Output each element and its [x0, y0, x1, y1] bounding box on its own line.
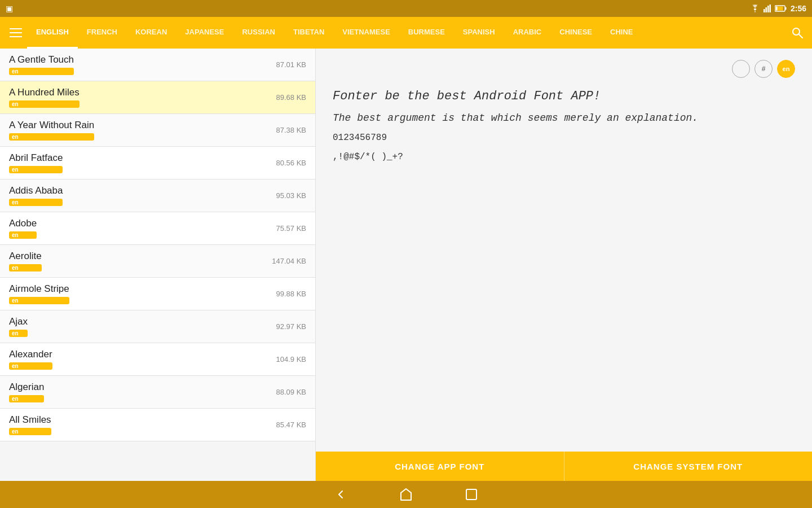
change-app-font-button[interactable]: CHANGE APP FONT [316, 452, 564, 481]
font-item-left: Addis Ababaen [9, 185, 63, 206]
nav-tab-french[interactable]: FRENCH [78, 17, 126, 49]
preview-line-3: 0123456789 [333, 133, 795, 143]
font-tag: en [9, 199, 63, 206]
font-list-item[interactable]: A Hundred Milesen89.68 KB [0, 81, 315, 114]
nav-tab-spanish[interactable]: SPANISH [454, 17, 504, 49]
svg-rect-0 [764, 9, 765, 12]
font-list-item[interactable]: Addis Ababaen95.03 KB [0, 179, 315, 212]
font-size: 80.56 KB [276, 159, 307, 167]
menu-icon[interactable] [5, 21, 27, 44]
nav-tab-korean[interactable]: KOREAN [126, 17, 176, 49]
nav-tab-japanese[interactable]: JAPANESE [176, 17, 233, 49]
nav-tab-tibetan[interactable]: TIBETAN [284, 17, 333, 49]
status-bar: ▣ 2:56 [0, 0, 812, 17]
font-list-item[interactable]: Alexanderen104.9 KB [0, 343, 315, 376]
font-tag: en [9, 395, 44, 402]
font-name: A Hundred Miles [9, 87, 80, 98]
nav-tab-english[interactable]: ENGLISH [27, 17, 78, 49]
font-size: 87.38 KB [276, 126, 307, 134]
app-logo-icon: ▣ [6, 4, 13, 13]
font-item-left: Aeroliteen [9, 251, 42, 271]
preview-line-2: The best argument is that which seems me… [333, 112, 795, 124]
font-item-left: Algerianen [9, 382, 44, 402]
wifi-icon [750, 5, 760, 12]
home-button[interactable] [396, 484, 416, 505]
font-list-item[interactable]: Ajaxen92.97 KB [0, 310, 315, 343]
font-tag: en [9, 133, 94, 141]
font-tag: en [9, 231, 37, 239]
nav-tab-arabic[interactable]: ARABIC [504, 17, 551, 49]
font-size: 75.57 KB [276, 224, 307, 233]
font-list[interactable]: A Gentle Touchen87.01 KBA Hundred Milese… [0, 49, 316, 452]
preview-text: Fonter be the best Android Font APP! The… [333, 89, 795, 440]
bottom-nav [0, 481, 812, 508]
recent-apps-button[interactable] [461, 484, 482, 505]
preview-en-btn[interactable]: en [777, 60, 795, 78]
time-display: 2:56 [791, 4, 806, 13]
font-name: Airmole Stripe [9, 283, 69, 295]
search-icon[interactable] [787, 23, 807, 43]
content-area: A Gentle Touchen87.01 KBA Hundred Milese… [0, 49, 812, 481]
svg-rect-7 [785, 7, 786, 10]
font-tag: en [9, 166, 63, 173]
svg-rect-3 [769, 5, 771, 12]
change-system-font-button[interactable]: CHANGE SYSTEM FONT [564, 452, 813, 481]
status-bar-left: ▣ [6, 4, 13, 13]
font-name: All Smiles [9, 414, 51, 426]
back-button[interactable] [330, 484, 351, 505]
signal-icon [764, 5, 771, 12]
svg-rect-6 [775, 7, 777, 11]
svg-marker-10 [401, 489, 411, 500]
font-list-item[interactable]: Adobeen75.57 KB [0, 212, 315, 245]
svg-rect-11 [466, 489, 476, 500]
svg-rect-1 [765, 7, 767, 12]
font-size: 85.47 KB [276, 421, 307, 429]
font-tag: en [9, 297, 69, 304]
status-bar-right: 2:56 [750, 4, 806, 13]
preview-controls: # en [333, 60, 795, 78]
font-list-item[interactable]: All Smilesen85.47 KB [0, 409, 315, 441]
font-size: 87.01 KB [276, 60, 307, 69]
font-list-item[interactable]: A Year Without Rainen87.38 KB [0, 114, 315, 147]
nav-tab-burmese[interactable]: BURMESE [399, 17, 454, 49]
font-list-item[interactable]: A Gentle Touchen87.01 KB [0, 49, 315, 81]
font-tag: en [9, 362, 52, 370]
battery-icon [775, 5, 787, 12]
nav-tab-vietnamese[interactable]: VIETNAMESE [333, 17, 399, 49]
font-name: Abril Fatface [9, 152, 63, 164]
font-size: 88.09 KB [276, 388, 307, 396]
font-name: A Year Without Rain [9, 120, 94, 131]
font-size: 147.04 KB [272, 257, 306, 265]
font-name: Algerian [9, 382, 44, 393]
preview-pane: # en Fonter be the best Android Font APP… [316, 49, 812, 452]
nav-bar: ENGLISHFRENCHKOREANJAPANESERUSSIANTIBETA… [0, 17, 812, 49]
preview-hash-btn[interactable]: # [754, 60, 773, 78]
font-list-item[interactable]: Algerianen88.09 KB [0, 376, 315, 409]
nav-tab-chinese[interactable]: CHINESE [550, 17, 601, 49]
font-size: 89.68 KB [276, 93, 307, 102]
font-tag: en [9, 330, 28, 337]
preview-line-1: Fonter be the best Android Font APP! [333, 89, 795, 103]
nav-tab-chine2[interactable]: CHINE [601, 17, 642, 49]
bottom-section: CHANGE APP FONT CHANGE SYSTEM FONT [0, 452, 812, 481]
svg-rect-2 [767, 6, 769, 12]
nav-tab-russian[interactable]: RUSSIAN [233, 17, 284, 49]
preview-circle-btn[interactable] [732, 60, 750, 78]
font-item-left: Abril Fatfaceen [9, 152, 63, 173]
main-row: A Gentle Touchen87.01 KBA Hundred Milese… [0, 49, 812, 452]
font-item-left: Airmole Stripeen [9, 283, 69, 304]
font-item-left: All Smilesen [9, 414, 51, 435]
nav-tabs: ENGLISHFRENCHKOREANJAPANESERUSSIANTIBETA… [27, 17, 787, 49]
font-tag: en [9, 68, 74, 75]
svg-point-8 [793, 28, 800, 35]
font-name: Ajax [9, 316, 28, 327]
font-list-item[interactable]: Aeroliteen147.04 KB [0, 245, 315, 278]
font-size: 92.97 KB [276, 322, 307, 331]
font-list-item[interactable]: Abril Fatfaceen80.56 KB [0, 147, 315, 179]
font-tag: en [9, 264, 42, 271]
font-item-left: Adobeen [9, 218, 37, 239]
font-item-left: A Gentle Touchen [9, 54, 74, 75]
font-tag: en [9, 100, 80, 108]
font-name: Alexander [9, 349, 52, 360]
font-list-item[interactable]: Airmole Stripeen99.88 KB [0, 278, 315, 310]
